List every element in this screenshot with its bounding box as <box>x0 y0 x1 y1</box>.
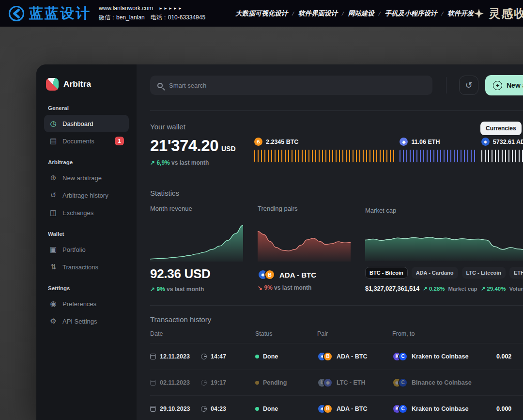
portfolio-icon: ▣ <box>49 245 58 254</box>
sidebar-item-dashboard[interactable]: ◷Dashboard <box>44 115 129 132</box>
holding-label: ∗5732.61 ADA <box>481 138 523 146</box>
transaction-row[interactable]: 29.10.202304:23Done∗BADA - BTCKCKraken t… <box>150 395 523 420</box>
pair-cell: ∗BADA - BTC <box>317 404 392 414</box>
coin-chip-ltc-litecoin[interactable]: LTC - Litecoin <box>462 267 506 279</box>
sidebar-item-transactions[interactable]: ⇅Transactions <box>44 258 129 276</box>
month-revenue-card: Month revenue 92.36 USD ↗ 9% vs last mon… <box>150 205 243 293</box>
holding-label: ◆11.06 ETH <box>400 138 476 146</box>
btc-coin-icon: B <box>323 352 333 361</box>
column-header-pair: Pair <box>317 330 392 337</box>
sidebar-section-label: Settings <box>48 285 125 291</box>
wallet-chips: CurrenciesE <box>480 122 523 135</box>
sidebar-section-label: General <box>48 105 125 111</box>
banner-website[interactable]: www.lanlanwork.com <box>99 5 153 12</box>
banner-contact: www.lanlanwork.com ►►►►► 微信：ben_lanlan 电… <box>99 5 205 22</box>
from-to-value: Kraken to Coinbase <box>412 353 468 360</box>
nav-separator: / <box>342 10 344 17</box>
new-button-label: New a <box>507 81 523 89</box>
lanlan-logo[interactable]: 蓝蓝设计 <box>8 4 91 23</box>
trending-pairs-chart <box>258 219 351 262</box>
preferences-icon: ◉ <box>49 299 58 308</box>
pair-coin-icons: Ł◆ <box>317 378 333 388</box>
holding-bar-ada <box>481 150 523 162</box>
btc-coin-icon: B <box>264 269 275 280</box>
wallet-chip-currencies[interactable]: Currencies <box>480 122 522 135</box>
pair-cell: Ł◆LTC - ETH <box>317 378 392 388</box>
nav-separator: / <box>292 10 294 17</box>
month-revenue-change: ↗ 9% vs last month <box>150 286 243 293</box>
holding-amount: 2.2345 BTC <box>266 139 298 145</box>
sidebar-item-label: Arbitrage history <box>62 192 108 199</box>
transaction-row[interactable]: 12.11.202314:47Done∗BADA - BTCKCKraken t… <box>150 343 523 369</box>
coin-chip-ada-cardano[interactable]: ADA - Cardano <box>412 267 458 279</box>
from-to-cell: KCKraken to Coinbase <box>392 404 496 414</box>
banner-wechat: 微信：ben_lanlan <box>99 14 145 22</box>
coin-chip-btc-bitcoin[interactable]: BTC - Bitcoin <box>365 267 408 279</box>
trending-pair[interactable]: ∗B ADA - BTC <box>258 269 351 280</box>
coinbase-coin-icon: C <box>398 352 408 361</box>
status-dot <box>255 381 259 385</box>
sidebar-section-label: Arbitrage <box>48 159 125 165</box>
lanlan-logo-text: 蓝蓝设计 <box>29 4 91 23</box>
sidebar-item-label: Dashboard <box>62 120 93 127</box>
sidebar-item-label: New arbitrage <box>62 174 102 182</box>
wallet-section: Your wallet CurrenciesE 21'374.20USD ↗ 6… <box>150 111 523 179</box>
from-to-cell: KCKraken to Coinbase <box>392 352 496 361</box>
notification-badge: 1 <box>115 137 124 145</box>
market-cap-card: Market cap 1D7D1M BTC - BitcoinADA - Car… <box>365 205 523 293</box>
sidebar-item-label: Documents <box>62 138 94 145</box>
api-icon: ⚙ <box>49 317 58 326</box>
status-cell: Pending <box>255 379 317 386</box>
transaction-row[interactable]: 02.11.202319:17PendingŁ◆LTC - ETH◆CBinan… <box>150 369 523 395</box>
volume-label: Volume (2 <box>509 286 523 292</box>
transactions-rows: 12.11.202314:47Done∗BADA - BTCKCKraken t… <box>150 343 523 420</box>
market-cap-label: Market cap <box>365 207 396 214</box>
banner-nav-item--[interactable]: 手机及小程序设计 <box>385 9 437 18</box>
time-cell: 19:17 <box>201 379 255 386</box>
transactions-icon: ⇅ <box>49 263 58 271</box>
holding-amount: 5732.61 ADA <box>493 139 523 145</box>
status-cell: Done <box>255 405 317 412</box>
sidebar-item-new-arbitrage[interactable]: ⊕New arbitrage <box>44 169 129 187</box>
from-to-value: Kraken to Coinbase <box>412 405 468 412</box>
banner-nav-item--[interactable]: 软件界面设计 <box>298 9 338 18</box>
search-input[interactable] <box>168 81 425 90</box>
topbar: ↺ + New a <box>150 64 523 110</box>
sidebar-item-exchanges[interactable]: ◫Exchanges <box>44 204 129 221</box>
coinbase-coin-icon: C <box>398 378 408 388</box>
month-revenue-value: 92.36 USD <box>150 266 243 281</box>
new-arbitrage-button[interactable]: + New a <box>485 75 523 95</box>
sidebar-item-api-settings[interactable]: ⚙API Settings <box>44 312 129 330</box>
sidebar-item-documents[interactable]: ▤Documents1 <box>44 132 129 150</box>
banner-nav-item--[interactable]: 大数据可视化设计 <box>235 9 288 18</box>
collect-button[interactable]: 灵感收集 <box>474 6 523 21</box>
eth-coin-icon: ◆ <box>323 378 333 388</box>
history-icon: ↺ <box>465 80 472 91</box>
trending-pairs-label: Trending pairs <box>258 205 351 212</box>
market-cap-chart <box>365 221 523 261</box>
sidebar-item-preferences[interactable]: ◉Preferences <box>44 295 129 312</box>
calendar-icon <box>150 380 156 386</box>
sidebar-item-arbitrage-history[interactable]: ↺Arbitrage history <box>44 187 129 204</box>
sidebar-item-portfolio[interactable]: ▣Portfolio <box>44 241 129 258</box>
banner-nav-item--[interactable]: 软件开发 <box>447 9 474 18</box>
clock-icon <box>201 380 207 386</box>
date-cell: 12.11.2023 <box>150 353 201 360</box>
search-box[interactable] <box>150 76 432 95</box>
date-value: 29.10.2023 <box>160 405 190 412</box>
app-logo[interactable]: Arbitra <box>46 78 127 91</box>
clock-icon <box>201 354 207 359</box>
btc-coin-icon: B <box>254 138 262 146</box>
coin-chip-eth-ethere[interactable]: ETH - Ethere <box>509 267 523 279</box>
banner-nav-item--[interactable]: 网站建设 <box>348 9 374 18</box>
holding-ada: ∗5732.61 ADA <box>481 138 523 166</box>
status-value: Done <box>263 405 278 412</box>
wallet-balance: 21'374.20USD <box>150 137 237 155</box>
history-icon: ↺ <box>49 191 58 200</box>
status-cell: Done <box>255 353 317 360</box>
month-revenue-note: vs last month <box>167 286 204 293</box>
balance-value: 21'374.20 <box>150 137 218 155</box>
history-button[interactable]: ↺ <box>459 76 478 95</box>
wallet-balance-block: 21'374.20USD ↗ 6,9% vs last month <box>150 137 237 166</box>
pair-value: ADA - BTC <box>337 353 367 360</box>
